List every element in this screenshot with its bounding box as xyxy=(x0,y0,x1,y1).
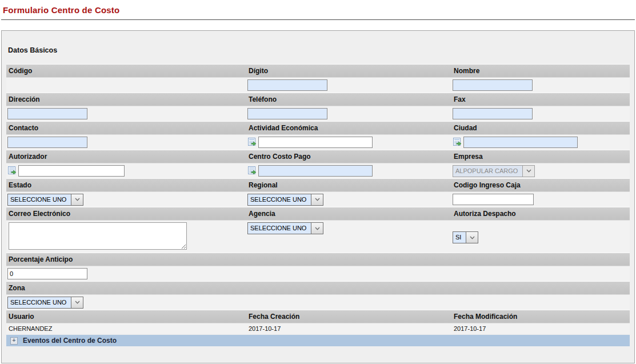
datos-basicos-panel: Datos Básicos Código Dígito Nombre Direc… xyxy=(1,30,635,363)
ciudad-label: Ciudad xyxy=(451,124,630,132)
agencia-label: Agencia xyxy=(246,210,451,218)
fecha-modificacion-value: 2017-10-17 xyxy=(451,325,630,332)
digito-label: Dígito xyxy=(246,67,451,75)
empresa-select: ALPOPULAR CARGO xyxy=(453,165,535,177)
empresa-chevron-down-icon xyxy=(522,166,534,177)
fecha-creacion-value: 2017-10-17 xyxy=(246,325,451,332)
actividad-economica-lookup-icon[interactable] xyxy=(247,138,257,147)
empresa-select-value: ALPOPULAR CARGO xyxy=(453,166,522,177)
field-row-1 xyxy=(6,78,630,93)
contacto-label: Contacto xyxy=(6,124,246,132)
regional-select-value: SELECCIONE UNO xyxy=(248,194,311,205)
autoriza-despacho-chevron-down-icon[interactable] xyxy=(466,232,478,243)
estado-select-value: SELECCIONE UNO xyxy=(8,194,71,205)
usuario-label: Usuario xyxy=(6,313,246,321)
estado-chevron-down-icon[interactable] xyxy=(71,194,83,205)
nombre-input[interactable] xyxy=(453,79,533,91)
label-row-3: Contacto Actividad Económica Ciudad xyxy=(6,121,630,135)
field-row-2 xyxy=(6,106,630,121)
ciudad-input[interactable] xyxy=(463,137,578,148)
section-title: Datos Básicos xyxy=(8,46,634,54)
agencia-chevron-down-icon[interactable] xyxy=(311,223,323,234)
field-row-7 xyxy=(6,266,630,281)
centro-costo-pago-lookup-icon[interactable] xyxy=(247,166,257,175)
codigo-label: Código xyxy=(6,67,246,75)
autoriza-despacho-select-value: SI xyxy=(453,232,466,243)
estado-select[interactable]: SELECCIONE UNO xyxy=(7,194,83,206)
zona-select[interactable]: SELECCIONE UNO xyxy=(7,297,83,309)
porcentaje-anticipo-input[interactable] xyxy=(7,268,87,279)
regional-select[interactable]: SELECCIONE UNO xyxy=(247,194,323,206)
zona-select-value: SELECCIONE UNO xyxy=(8,297,71,308)
eventos-title: Eventos del Centro de Costo xyxy=(23,337,117,345)
centro-costo-pago-label: Centro Costo Pago xyxy=(246,153,451,161)
fax-input[interactable] xyxy=(453,108,533,119)
ciudad-lookup-icon[interactable] xyxy=(453,138,462,147)
actividad-economica-input[interactable] xyxy=(258,137,373,148)
label-row-6: Correo Electrónico Agencia Autoriza Desp… xyxy=(6,207,630,221)
autoriza-despacho-select[interactable]: SI xyxy=(453,231,478,243)
direccion-label: Dirección xyxy=(6,95,246,103)
autorizador-input[interactable] xyxy=(18,165,125,177)
digito-input[interactable] xyxy=(247,79,327,91)
telefono-label: Teléfono xyxy=(246,95,451,103)
label-row-1: Código Dígito Nombre xyxy=(6,64,630,78)
telefono-input[interactable] xyxy=(247,108,327,119)
agencia-select-value: SELECCIONE UNO xyxy=(248,223,311,234)
codigo-ingreso-caja-label: Codigo Ingreso Caja xyxy=(451,181,630,189)
eventos-header[interactable]: + Eventos del Centro de Costo xyxy=(6,335,630,346)
cost-center-form: Código Dígito Nombre Dirección Teléfono … xyxy=(6,64,630,346)
correo-electronico-textarea[interactable] xyxy=(9,222,187,250)
page-title: Formulario Centro de Costo xyxy=(0,0,636,15)
correo-electronico-label: Correo Electrónico xyxy=(6,210,246,218)
centro-costo-pago-input[interactable] xyxy=(258,165,373,177)
fax-label: Fax xyxy=(451,95,630,103)
autorizador-label: Autorizador xyxy=(6,153,246,161)
autorizador-lookup-icon[interactable] xyxy=(7,166,17,175)
regional-chevron-down-icon[interactable] xyxy=(311,194,323,205)
zona-label: Zona xyxy=(6,284,246,292)
expand-plus-icon[interactable]: + xyxy=(10,337,18,345)
porcentaje-anticipo-label: Porcentaje Anticipo xyxy=(6,255,246,263)
field-row-8: SELECCIONE UNO xyxy=(6,295,630,310)
actividad-economica-label: Actividad Económica xyxy=(246,124,451,132)
label-row-7: Porcentaje Anticipo xyxy=(6,253,630,266)
regional-label: Regional xyxy=(246,181,451,189)
fecha-modificacion-label: Fecha Modificación xyxy=(451,313,630,321)
zona-chevron-down-icon[interactable] xyxy=(71,297,83,308)
field-row-5: SELECCIONE UNO SELECCIONE UNO xyxy=(6,192,630,207)
field-row-4: ALPOPULAR CARGO xyxy=(6,163,630,178)
codigo-ingreso-caja-input[interactable] xyxy=(453,194,534,205)
title-divider xyxy=(1,19,635,20)
direccion-input[interactable] xyxy=(7,108,87,119)
usuario-value: CHERNANDEZ xyxy=(6,325,246,332)
agencia-select[interactable]: SELECCIONE UNO xyxy=(247,222,323,234)
empresa-label: Empresa xyxy=(451,153,630,161)
label-row-4: Autorizador Centro Costo Pago Empresa xyxy=(6,150,630,163)
field-row-6: SELECCIONE UNO SI xyxy=(6,221,630,253)
label-row-8: Zona xyxy=(6,281,630,295)
autoriza-despacho-label: Autoriza Despacho xyxy=(451,210,630,218)
contacto-input[interactable] xyxy=(7,137,87,148)
label-row-2: Dirección Teléfono Fax xyxy=(6,93,630,106)
value-row-9: CHERNANDEZ 2017-10-17 2017-10-17 xyxy=(6,323,630,334)
fecha-creacion-label: Fecha Creación xyxy=(246,313,451,321)
estado-label: Estado xyxy=(6,181,246,189)
label-row-5: Estado Regional Codigo Ingreso Caja xyxy=(6,178,630,192)
field-row-3 xyxy=(6,135,630,150)
label-row-9: Usuario Fecha Creación Fecha Modificació… xyxy=(6,310,630,323)
nombre-label: Nombre xyxy=(451,67,630,75)
